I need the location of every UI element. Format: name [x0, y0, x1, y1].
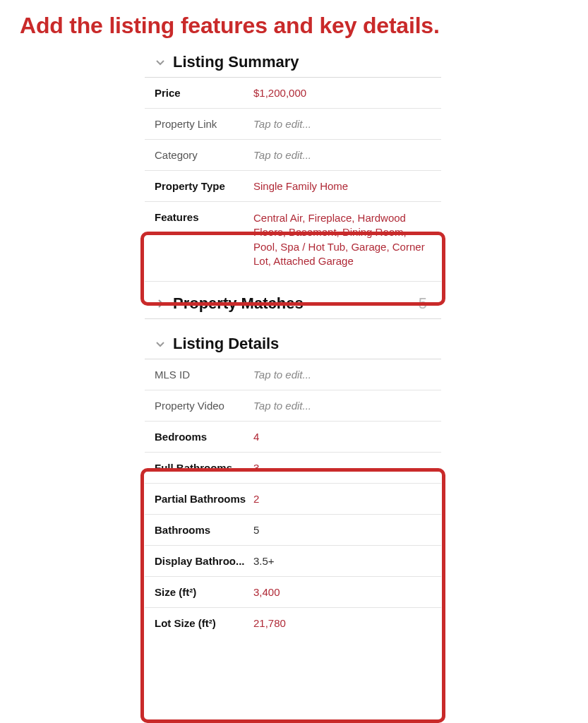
row-partial-bathrooms[interactable]: Partial Bathrooms 2 — [145, 484, 441, 515]
section-header-details[interactable]: Listing Details — [145, 319, 441, 359]
row-label: Bedrooms — [155, 431, 253, 443]
row-property-video[interactable]: Property Video Tap to edit... — [145, 390, 441, 422]
row-label: Property Video — [155, 400, 253, 412]
row-label: Display Bathroo... — [155, 555, 253, 567]
row-label: Lot Size (ft²) — [155, 617, 253, 629]
row-value: 2 — [253, 493, 431, 505]
row-value: Tap to edit... — [253, 118, 431, 130]
row-mls-id[interactable]: MLS ID Tap to edit... — [145, 359, 441, 390]
row-value: 3 — [253, 462, 431, 474]
instruction-headline: Add the listing features and key details… — [0, 0, 588, 46]
row-label: Bathrooms — [155, 524, 253, 536]
row-label: Category — [155, 149, 253, 161]
row-price[interactable]: Price $1,200,000 — [145, 78, 441, 109]
row-label: Full Bathrooms — [155, 462, 253, 474]
section-title: Listing Details — [173, 335, 431, 353]
row-value: Single Family Home — [253, 180, 431, 192]
row-value: Tap to edit... — [253, 149, 431, 161]
row-value: 4 — [253, 431, 431, 443]
section-title: Property Matches — [173, 294, 412, 313]
row-full-bathrooms[interactable]: Full Bathrooms 3 — [145, 453, 441, 484]
row-value: 5 — [253, 524, 431, 536]
listing-panel: Listing Summary Price $1,200,000 Propert… — [145, 46, 441, 638]
row-lot-size[interactable]: Lot Size (ft²) 21,780 — [145, 608, 441, 638]
chevron-right-icon — [155, 298, 166, 309]
chevron-down-icon — [155, 338, 166, 349]
row-label: Features — [155, 211, 253, 223]
row-value: 3.5+ — [253, 555, 431, 567]
section-count: 5 — [419, 294, 431, 313]
row-value: Central Air, Fireplace, Hardwood Floors,… — [253, 211, 431, 268]
row-property-link[interactable]: Property Link Tap to edit... — [145, 109, 441, 140]
row-property-type[interactable]: Property Type Single Family Home — [145, 171, 441, 202]
row-label: MLS ID — [155, 369, 253, 381]
row-display-bathrooms[interactable]: Display Bathroo... 3.5+ — [145, 546, 441, 577]
row-value: 3,400 — [253, 586, 431, 598]
row-features[interactable]: Features Central Air, Fireplace, Hardwoo… — [145, 202, 441, 282]
row-bathrooms[interactable]: Bathrooms 5 — [145, 515, 441, 546]
chevron-down-icon — [155, 56, 166, 68]
section-header-summary[interactable]: Listing Summary — [145, 46, 441, 78]
row-label: Price — [155, 87, 253, 99]
row-label: Size (ft²) — [155, 586, 253, 598]
row-bedrooms[interactable]: Bedrooms 4 — [145, 422, 441, 453]
row-value: Tap to edit... — [253, 400, 431, 412]
row-label: Property Link — [155, 118, 253, 130]
row-value: 21,780 — [253, 617, 431, 629]
row-category[interactable]: Category Tap to edit... — [145, 140, 441, 171]
row-size[interactable]: Size (ft²) 3,400 — [145, 577, 441, 608]
section-title: Listing Summary — [173, 53, 431, 71]
row-label: Property Type — [155, 180, 253, 192]
row-value: Tap to edit... — [253, 369, 431, 381]
row-value: $1,200,000 — [253, 87, 431, 99]
row-label: Partial Bathrooms — [155, 493, 253, 505]
section-header-matches[interactable]: Property Matches 5 — [145, 282, 441, 319]
